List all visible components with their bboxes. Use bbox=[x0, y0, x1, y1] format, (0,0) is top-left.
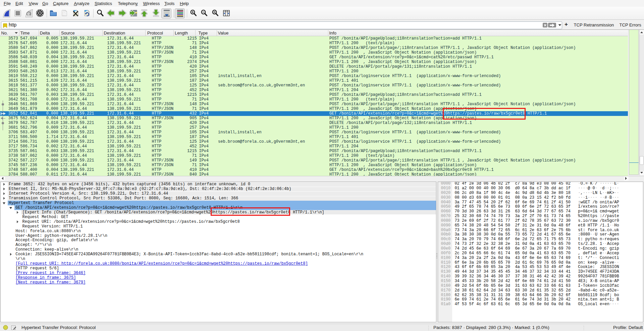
svg-text:0111: 0111 bbox=[62, 15, 66, 16]
